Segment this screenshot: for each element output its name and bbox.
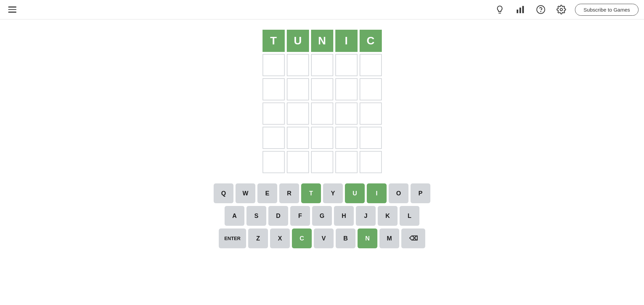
board-tile <box>335 127 358 149</box>
help-button[interactable] <box>534 3 548 16</box>
board-tile <box>287 151 309 173</box>
key-p[interactable]: P <box>411 183 430 203</box>
board-tile: U <box>287 30 309 52</box>
key-o[interactable]: O <box>389 183 408 203</box>
keyboard-row: ASDFGHJKL <box>225 206 419 226</box>
board-tile <box>287 102 309 125</box>
board-tile <box>360 54 382 76</box>
lightbulb-button[interactable] <box>493 3 507 16</box>
lightbulb-icon <box>495 5 505 14</box>
subscribe-button[interactable]: Subscribe to Games <box>575 4 639 16</box>
board-tile <box>335 78 358 100</box>
key-backspace[interactable]: ⌫ <box>401 228 425 248</box>
svg-point-4 <box>541 11 541 12</box>
svg-rect-1 <box>520 8 521 13</box>
board-tile <box>311 78 333 100</box>
key-b[interactable]: B <box>336 228 355 248</box>
board-row <box>263 127 382 149</box>
key-e[interactable]: E <box>257 183 277 203</box>
key-q[interactable]: Q <box>214 183 233 203</box>
board-tile <box>360 102 382 125</box>
key-g[interactable]: G <box>312 206 332 226</box>
key-i[interactable]: I <box>367 183 387 203</box>
stats-button[interactable] <box>513 3 527 16</box>
board-tile <box>311 127 333 149</box>
key-m[interactable]: M <box>379 228 399 248</box>
keyboard-row: QWERTYUIOP <box>214 183 430 203</box>
board-tile <box>287 127 309 149</box>
board-tile <box>311 151 333 173</box>
board-tile <box>263 102 285 125</box>
board-row <box>263 151 382 173</box>
board-tile <box>263 78 285 100</box>
key-enter[interactable]: ENTER <box>219 228 246 248</box>
key-x[interactable]: X <box>270 228 290 248</box>
settings-icon <box>556 5 566 14</box>
board-tile <box>287 54 309 76</box>
board-tile <box>360 78 382 100</box>
board-tile <box>335 54 358 76</box>
keyboard: QWERTYUIOPASDFGHJKLENTERZXCVBNM⌫ <box>214 183 430 248</box>
board-row <box>263 54 382 76</box>
settings-button[interactable] <box>554 3 568 16</box>
svg-point-5 <box>560 9 563 11</box>
help-icon <box>536 5 546 14</box>
board-tile: N <box>311 30 333 52</box>
board-tile <box>360 151 382 173</box>
board-tile: C <box>360 30 382 52</box>
svg-point-3 <box>537 5 545 13</box>
key-a[interactable]: A <box>225 206 244 226</box>
board-row: TUNIC <box>263 30 382 52</box>
keyboard-row: ENTERZXCVBNM⌫ <box>219 228 425 248</box>
board-tile <box>360 127 382 149</box>
key-d[interactable]: D <box>268 206 288 226</box>
game-board: TUNIC <box>263 30 382 173</box>
board-tile <box>263 127 285 149</box>
key-l[interactable]: L <box>400 206 419 226</box>
key-f[interactable]: F <box>290 206 310 226</box>
svg-rect-0 <box>517 10 519 13</box>
board-tile <box>311 54 333 76</box>
key-w[interactable]: W <box>236 183 255 203</box>
key-r[interactable]: R <box>279 183 299 203</box>
key-t[interactable]: T <box>301 183 321 203</box>
board-tile <box>263 151 285 173</box>
key-s[interactable]: S <box>246 206 266 226</box>
header: Subscribe to Games <box>0 0 644 19</box>
header-right: Subscribe to Games <box>493 3 639 16</box>
board-tile <box>263 54 285 76</box>
key-k[interactable]: K <box>378 206 398 226</box>
key-y[interactable]: Y <box>323 183 343 203</box>
key-j[interactable]: J <box>356 206 376 226</box>
key-v[interactable]: V <box>314 228 334 248</box>
board-row <box>263 78 382 100</box>
header-left <box>5 4 19 15</box>
game-container: TUNIC QWERTYUIOPASDFGHJKLENTERZXCVBNM⌫ <box>0 19 644 248</box>
board-tile: I <box>335 30 358 52</box>
key-c[interactable]: C <box>292 228 312 248</box>
chart-icon <box>515 5 525 14</box>
key-u[interactable]: U <box>345 183 365 203</box>
board-tile: T <box>263 30 285 52</box>
board-tile <box>335 151 358 173</box>
key-n[interactable]: N <box>358 228 377 248</box>
board-tile <box>335 102 358 125</box>
key-h[interactable]: H <box>334 206 354 226</box>
board-tile <box>287 78 309 100</box>
key-z[interactable]: Z <box>248 228 268 248</box>
board-row <box>263 102 382 125</box>
svg-rect-2 <box>522 6 524 13</box>
hamburger-menu-button[interactable] <box>5 4 19 15</box>
board-tile <box>311 102 333 125</box>
